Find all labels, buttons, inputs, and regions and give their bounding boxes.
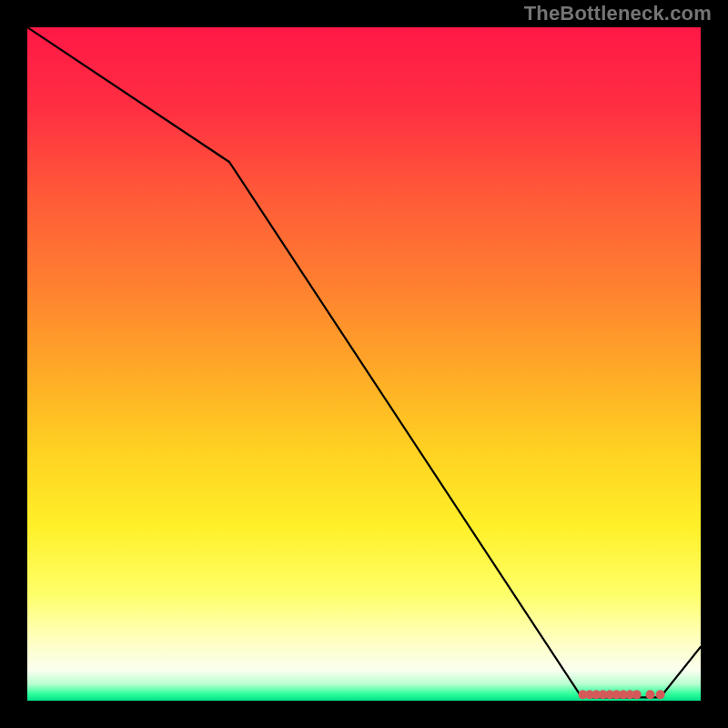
- marker-group: [579, 690, 665, 699]
- marker-point: [632, 690, 642, 699]
- attribution-label: TheBottleneck.com: [524, 2, 712, 25]
- marker-point: [656, 690, 665, 699]
- bottleneck-chart: [27, 27, 701, 701]
- marker-point: [646, 690, 655, 699]
- chart-container: TheBottleneck.com: [0, 0, 728, 728]
- chart-background: [27, 27, 701, 701]
